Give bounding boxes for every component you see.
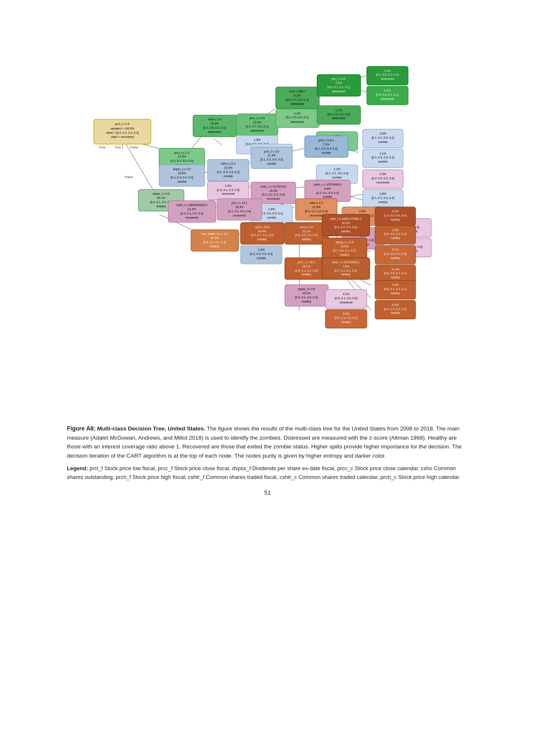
svg-text:recovered: recovered [267,197,280,200]
svg-text:recovered: recovered [222,193,235,196]
svg-text:healthy: healthy [391,218,400,221]
figure-title: Multi-class Decision Tree, United States… [97,425,205,432]
svg-text:7.9%: 7.9% [342,265,349,268]
leaf-26-zombie-lower: 2.6% [0.2, 0.0, 0.5, 0.3] zombie [241,245,282,264]
svg-text:healthy: healthy [391,257,400,260]
svg-text:9.2%: 9.2% [392,210,399,213]
svg-text:[0.1, 0.6, 0.2, 0.1]: [0.1, 0.6, 0.2, 0.1] [203,126,226,130]
svg-line-62 [214,139,222,145]
node-cshtr-c-105: cshtr_c ≤ 10579430.0 6.8% [0.2, 0.2, 0.3… [305,180,350,201]
svg-text:[0.5, 0.1, 0.1, 0.3]: [0.5, 0.1, 0.1, 0.3] [295,269,318,272]
node-real-estate: real_estate_inv ≤ 0.5 46.9% [0.6, 0.1, 0… [191,230,239,251]
root-node: prcl_f ≤ 5.9 samples = 100.0% value = [0… [94,119,151,149]
svg-text:zombie: zombie [177,180,186,183]
svg-text:3.4%: 3.4% [392,283,399,286]
svg-text:15.3%: 15.3% [224,166,232,169]
svg-text:[0.5, 0.1, 0.0, 0.3]: [0.5, 0.1, 0.0, 0.3] [335,316,357,320]
svg-text:[0.8, 0.0, 0.1, 0.2]: [0.8, 0.0, 0.1, 0.2] [384,233,407,236]
leaf-60-healthy-lower: 6.0% [0.5, 0.1, 0.0, 0.3] healthy [326,310,367,328]
svg-text:[0.6, 0.1, 0.1, 0.2]: [0.6, 0.1, 0.1, 0.2] [251,234,273,237]
svg-text:zombie: zombie [224,175,233,178]
leaf-46-healthy: 4.6% [0.4, 0.2, 0.2, 0.2] healthy [375,300,415,319]
svg-text:21.2%: 21.2% [188,208,196,211]
svg-text:healthy: healthy [302,300,311,303]
svg-text:[0.9, 0.0, 0.0, 0.0]: [0.9, 0.0, 0.0, 0.0] [334,226,357,229]
svg-text:dvpsx_f ≤ 0.8: dvpsx_f ≤ 0.8 [298,288,315,291]
svg-text:[0.6, 0.0, 0.3, 0.3]: [0.6, 0.0, 0.3, 0.3] [384,252,407,256]
svg-text:[0.1, 0.6, 0.2, 0.1]: [0.1, 0.6, 0.2, 0.1] [376,74,399,77]
svg-text:zombie: zombie [257,257,266,260]
leaf-41-zombie: 4.1% [0.1, 0.3, 0.3, 0.2] zombie [363,149,403,168]
svg-text:healthy: healthy [341,321,351,324]
svg-text:zombie: zombie [332,176,341,179]
node-prch-f-81: prch_f ≤ 8.1 7.1% [0.1, 0.4, 0.3, 0.2] z… [305,136,348,157]
svg-text:10.3%: 10.3% [391,268,400,271]
svg-text:csho ≤ 12.4: csho ≤ 12.4 [221,162,236,165]
svg-text:class = recovered: class = recovered [111,135,133,138]
svg-text:[0.2, 0.2, 0.3, 0.3]: [0.2, 0.2, 0.3, 0.3] [262,193,285,196]
svg-text:healthy: healthy [302,238,311,241]
svg-text:7.0%: 7.0% [335,81,342,84]
svg-text:prcl_f ≤ 5.9: prcl_f ≤ 5.9 [115,122,130,126]
svg-text:healthy: healthy [157,205,166,208]
svg-text:cshtr_c ≤ 10579430.0: cshtr_c ≤ 10579430.0 [313,183,341,186]
svg-text:7.1%: 7.1% [323,143,330,146]
svg-text:True: True [99,145,106,149]
svg-text:[0.4, 0.1, 0.0, 0.4]: [0.4, 0.1, 0.0, 0.4] [295,296,318,299]
svg-text:healthy: healthy [341,273,351,276]
svg-text:5.7%: 5.7% [392,248,399,251]
svg-text:44.4%: 44.4% [258,230,266,233]
svg-text:distressed: distressed [381,77,394,80]
svg-text:[0.1, 0.2, 0.4, 0.3]: [0.1, 0.2, 0.4, 0.3] [372,196,394,200]
svg-text:healthy: healthy [391,276,400,279]
svg-text:4.6%: 4.6% [392,303,399,306]
svg-text:19.3%: 19.3% [269,189,278,192]
svg-text:prcc_f ≤ 1.3: prcc_f ≤ 1.3 [174,151,189,155]
svg-text:prd_c ≤ 0.0: prd_c ≤ 0.0 [331,77,346,81]
svg-text:[0.5, 0.1, 0.2, 0.2]: [0.5, 0.1, 0.2, 0.2] [334,269,357,272]
svg-text:12.4%: 12.4% [253,121,261,124]
leaf-11-distressed: 1.1% [0.0, 0.6, 0.3, 0.0] distressed [317,106,361,125]
svg-text:[0.1, 0.2, 0.5, 0.2]: [0.1, 0.2, 0.5, 0.2] [372,136,394,140]
leaf-30-zombie: 3.0% [0.1, 0.2, 0.5, 0.2] zombie [363,129,403,148]
svg-text:dvpsp_c ≤ 0.8: dvpsp_c ≤ 0.8 [336,241,354,244]
svg-text:distressed: distressed [291,120,304,123]
svg-text:healthy: healthy [210,245,219,248]
svg-text:6.8%: 6.8% [324,187,331,190]
svg-text:16.0%: 16.0% [340,245,349,248]
svg-text:[0.8, 0.0, 0.0, 0.2]: [0.8, 0.0, 0.0, 0.2] [295,234,318,237]
svg-text:zombie: zombie [321,151,331,154]
svg-text:[0.2, 0.0, 0.5, 0.3]: [0.2, 0.0, 0.5, 0.3] [250,252,273,256]
svg-text:recovered: recovered [340,301,353,304]
svg-text:[0.4, 0.2, 0.2, 0.2]: [0.4, 0.2, 0.2, 0.2] [384,308,407,311]
svg-text:recovered: recovered [310,214,323,217]
leaf-26-zombie: 2.6% [0.1, 0.2, 0.4, 0.3] zombie [363,190,403,209]
svg-text:distressed: distressed [381,97,394,100]
svg-text:distressed: distressed [208,130,222,133]
svg-text:3.0%: 3.0% [380,132,386,135]
svg-text:prcl_f ≤ 14.1: prcl_f ≤ 14.1 [232,201,247,205]
svg-text:[0.1, 0.3, 0.4, 0.2]: [0.1, 0.3, 0.4, 0.2] [217,171,239,174]
svg-text:[0.0, 0.7, 0.1, 0.1]: [0.0, 0.7, 0.1, 0.1] [327,86,350,89]
svg-text:real_estate_inv ≤ 0.5: real_estate_inv ≤ 0.5 [201,233,228,236]
svg-text:1.0%: 1.0% [392,229,399,232]
svg-text:zombie: zombie [378,160,387,163]
svg-text:dvpsx_f ≤ 0.0: dvpsx_f ≤ 0.0 [153,193,170,196]
svg-text:[0.3, 0.1, 0.0, 0.6]: [0.3, 0.1, 0.0, 0.6] [335,297,357,300]
caption-area: Figure A8: Multi-class Decision Tree, Un… [67,424,468,482]
svg-text:csho ≤ 2.6: csho ≤ 2.6 [300,226,313,229]
page-container: True False [67,17,468,496]
node-csho-124: csho ≤ 12.4 15.3% [0.1, 0.3, 0.4, 0.2] z… [208,159,249,181]
svg-text:6.0%: 6.0% [384,89,391,92]
svg-text:10.2%: 10.2% [341,221,350,224]
svg-text:healthy: healthy [341,230,351,233]
leaf-41-recovered: 4.1% [0.3, 0.1, 0.0, 0.6] recovered [326,290,367,308]
svg-text:[0.1, 0.7, 0.2, 0.1]: [0.1, 0.7, 0.2, 0.1] [246,125,268,128]
svg-text:healthy: healthy [340,253,349,257]
svg-text:healthy: healthy [391,312,400,315]
legend-text: prcl_f Stock price low fiscal, prcc_f St… [67,465,461,480]
leaf-57-healthy: 5.7% [0.6, 0.0, 0.3, 0.3] healthy [375,245,415,264]
svg-text:cshtr_f ≤ 67216640.0: cshtr_f ≤ 67216640.0 [332,261,359,264]
svg-text:healthy: healthy [257,238,267,241]
svg-text:[0.1, 0.4, 0.3, 0.2]: [0.1, 0.4, 0.3, 0.2] [171,159,193,163]
